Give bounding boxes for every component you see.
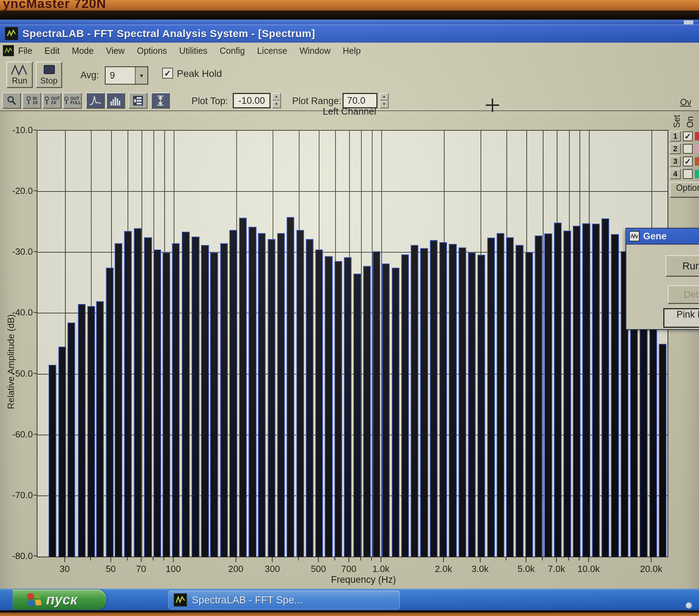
spin-up-icon[interactable]: ▲ — [272, 93, 281, 101]
avg-dropdown[interactable]: 9 ▼ — [105, 66, 148, 85]
zoom-full-label2: FULL — [70, 100, 81, 105]
overlay-color-chip-1 — [695, 132, 699, 140]
plot-top-input[interactable]: -10.00 — [233, 93, 271, 108]
plot-range-label: Plot Range: — [292, 96, 341, 107]
menu-item-config[interactable]: Config — [219, 46, 245, 56]
chart-title: Left Channel — [280, 106, 419, 117]
overlay-on-checkbox-1[interactable]: ✓ — [683, 131, 693, 141]
generator-run-button[interactable]: Run — [665, 255, 699, 277]
spectrum-bar — [516, 245, 523, 557]
generator-detail-button[interactable]: Deta — [668, 285, 699, 304]
overlay-on-header: On — [685, 110, 695, 128]
zoom-tool-button[interactable] — [2, 93, 21, 109]
overlay-set-button-1[interactable]: 1 — [670, 131, 681, 142]
chevron-down-icon[interactable]: ▼ — [135, 67, 147, 84]
y-tick-label--80.0: -80.0 — [8, 551, 33, 561]
window-titlebar[interactable]: SpectraLAB - FFT Spectral Analysis Syste… — [0, 24, 699, 43]
bar-chart-icon — [109, 95, 122, 106]
range-tool-icon — [155, 95, 166, 107]
spectrum-bar — [163, 252, 170, 557]
x-tick-label-2.0k: 2.0k — [424, 564, 463, 574]
spectrum-window-icon[interactable] — [3, 45, 14, 56]
crosshair-cursor-icon — [486, 99, 499, 112]
spectrum-bar — [287, 217, 294, 557]
y-tick-mark — [34, 251, 37, 252]
x-tick-major-700 — [348, 557, 349, 562]
overlay-on-checkbox-4[interactable] — [683, 169, 693, 179]
overlay-panel-header: Ov — [680, 97, 699, 107]
generator-title: Gene — [643, 231, 667, 242]
overlay-set-button-4[interactable]: 4 — [670, 169, 681, 179]
vertical-range-button[interactable] — [151, 93, 170, 109]
bar-plot-mode-button[interactable] — [106, 93, 125, 109]
spectrum-bar — [563, 231, 571, 557]
spectrum-bar — [582, 223, 590, 557]
y-tick-mark — [34, 556, 37, 556]
spectrum-bar — [58, 347, 66, 557]
y-tick-label--20.0: -20.0 — [8, 186, 33, 196]
overlay-options-button[interactable]: Option — [670, 182, 699, 198]
menu-item-file[interactable]: File — [18, 46, 32, 56]
y-tick-mark — [34, 130, 37, 130]
waveform-icon — [10, 64, 29, 76]
spectrum-bar — [382, 263, 390, 557]
overlay-row-2: 2 — [670, 143, 699, 154]
menu-item-edit[interactable]: Edit — [44, 46, 59, 56]
spectrum-bar — [277, 233, 285, 557]
x-tick-major-30 — [64, 557, 65, 562]
overlay-set-button-2[interactable]: 2 — [670, 144, 681, 154]
zoom-in-2x-button[interactable]: IN2X — [22, 93, 41, 109]
generator-window[interactable]: Gene Run Deta Pink No — [626, 228, 699, 330]
spectrum-bar — [106, 268, 114, 557]
generator-pink-noise-button[interactable]: Pink No — [663, 308, 699, 328]
menu-item-help[interactable]: Help — [343, 46, 361, 56]
spectrum-bar — [315, 249, 323, 557]
menu-item-view[interactable]: View — [106, 46, 125, 56]
spectrum-bar — [525, 252, 533, 557]
monitor-bezel-top: yncMaster 720N — [0, 0, 699, 10]
menu-item-mode[interactable]: Mode — [72, 46, 94, 56]
overlay-row-4: 4 — [670, 168, 699, 180]
overlay-set-header: Set — [672, 107, 682, 128]
spectrum-bar — [649, 313, 657, 557]
spectrum-bar — [78, 304, 86, 557]
spectrum-bar — [430, 240, 438, 557]
display-options-button[interactable] — [129, 93, 147, 109]
overlay-row-1: 1✓ — [670, 131, 699, 142]
spectrum-bar — [229, 230, 237, 557]
x-tick-mark-60 — [127, 557, 128, 560]
taskbar-app-button[interactable]: SpectraLAB - FFT Spe... — [168, 590, 400, 609]
overlay-on-checkbox-2[interactable] — [683, 144, 693, 154]
run-button[interactable]: Run — [6, 61, 33, 88]
overlay-row-3: 3✓ — [670, 156, 699, 167]
start-button[interactable]: пуск — [13, 589, 106, 610]
menu-item-window[interactable]: Window — [300, 46, 331, 56]
spectrum-bar — [487, 238, 495, 557]
peak-hold-checkbox[interactable]: ✓ — [162, 68, 173, 79]
spectrum-bar — [544, 233, 552, 557]
spectrum-bar — [373, 251, 380, 557]
overlay-color-chip-4 — [695, 170, 699, 178]
menu-item-license[interactable]: License — [257, 46, 287, 56]
spectrum-bar — [201, 245, 209, 557]
zoom-out-2x-button[interactable]: OUT2X — [43, 93, 62, 109]
overlay-set-button-3[interactable]: 3 — [670, 156, 681, 167]
zoom-out-full-button[interactable]: OUTFULL — [63, 93, 82, 109]
monitor-photo: yncMaster 720N SpectraLAB - FFT Spectral… — [0, 0, 699, 616]
x-tick-mark-9000 — [579, 557, 579, 560]
x-tick-label-300: 300 — [253, 564, 291, 574]
magnifier-icon — [64, 96, 70, 105]
x-tick-label-3.0k: 3.0k — [461, 564, 499, 574]
spin-up-icon[interactable]: ▲ — [380, 93, 389, 101]
spectrum-plot[interactable] — [37, 130, 668, 557]
x-tick-mark-40 — [90, 557, 91, 560]
x-tick-major-20.0k — [651, 557, 651, 562]
menu-item-utilities[interactable]: Utilities — [179, 46, 208, 56]
menu-item-options[interactable]: Options — [137, 46, 167, 56]
generator-titlebar[interactable]: Gene — [626, 229, 699, 245]
bezel-shadow — [0, 10, 699, 20]
overlay-on-checkbox-3[interactable]: ✓ — [683, 157, 693, 166]
x-tick-major-1.0k — [381, 557, 381, 562]
line-plot-mode-button[interactable] — [86, 93, 105, 109]
stop-button[interactable]: Stop — [36, 61, 62, 88]
